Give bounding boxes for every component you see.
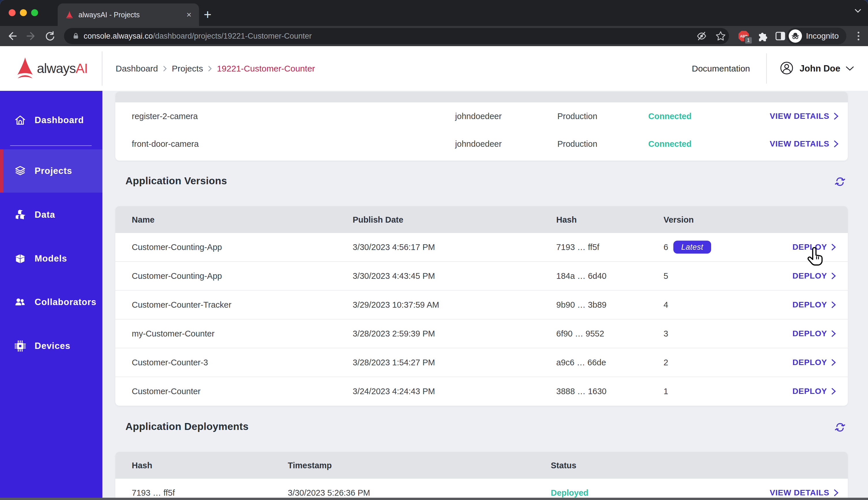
deploy-link[interactable]: DEPLOY [792, 358, 836, 367]
sidebar-item-models[interactable]: Models [0, 237, 102, 280]
device-owner: johndoedeer [435, 112, 522, 121]
deployment-timestamp: 3/30/2023 5:26:36 PM [288, 488, 370, 498]
people-icon [14, 296, 26, 308]
close-window-button[interactable] [9, 9, 15, 16]
sidebar-item-projects[interactable]: Projects [0, 149, 102, 193]
view-details-link[interactable]: VIEW DETAILS [770, 488, 839, 497]
versions-section-title: Application Versions [125, 175, 227, 186]
window-bottom-edge [0, 498, 868, 500]
tab-strip: alwaysAI - Projects × + [0, 0, 868, 26]
bookmark-star-icon[interactable] [714, 30, 727, 42]
breadcrumb-projects[interactable]: Projects [172, 64, 203, 73]
privacy-eye-slash-icon[interactable] [695, 30, 708, 42]
deployment-row: 7193 … ff5f 3/30/2023 5:26:36 PM Deploye… [115, 479, 848, 500]
sidebar-item-dashboard[interactable]: Dashboard [0, 99, 102, 142]
browser-tab[interactable]: alwaysAI - Projects × [58, 3, 199, 26]
deploy-link[interactable]: DEPLOY [792, 329, 836, 338]
url-path: /dashboard/projects/19221-Customer-Count… [153, 32, 312, 41]
sidebar-item-data[interactable]: Data [0, 193, 102, 237]
layers-icon [14, 164, 26, 177]
minimize-window-button[interactable] [20, 9, 27, 16]
chevron-right-icon [831, 359, 836, 366]
zoom-window-button[interactable] [31, 9, 38, 16]
device-environment: Production [534, 112, 620, 121]
lock-icon[interactable] [72, 32, 80, 40]
column-header-name: Name [132, 215, 155, 224]
chevron-right-icon [831, 243, 836, 251]
version-row: Customer-Counter-Tracker 3/29/2023 10:37… [115, 290, 848, 319]
active-accent-bar [0, 149, 3, 193]
deployment-hash: 7193 … ff5f [132, 488, 175, 498]
deploy-link[interactable]: DEPLOY [792, 300, 836, 309]
versions-table-header: Name Publish Date Hash Version [115, 206, 848, 233]
documentation-link[interactable]: Documentation [692, 64, 750, 73]
version-date: 3/28/2023 2:59:39 PM [353, 329, 435, 339]
alwaysai-logo[interactable]: alwaysAI [16, 57, 88, 80]
chevron-right-icon [831, 301, 836, 308]
browser-window: alwaysAI - Projects × + console.alwaysai… [0, 0, 868, 500]
breadcrumb-dashboard[interactable]: Dashboard [116, 64, 158, 73]
incognito-spy-icon [789, 30, 802, 43]
deploy-link[interactable]: DEPLOY [792, 387, 836, 396]
version-row: Customer-Counting-App 3/30/2023 4:56:17 … [115, 233, 848, 261]
version-date: 3/29/2023 10:37:59 AM [353, 300, 439, 310]
device-name: front-door-camera [132, 139, 199, 149]
forward-icon[interactable] [25, 30, 37, 42]
table-row: register-2-camera johndoedeer Production… [115, 102, 848, 130]
tab-search-chevron-icon[interactable] [853, 8, 863, 15]
refresh-deployments-button[interactable] [833, 420, 847, 434]
version-number: 4 [664, 300, 668, 310]
deployments-section-title: Application Deployments [125, 421, 249, 432]
url-bar[interactable]: console.alwaysai.co/dashboard/projects/1… [64, 28, 729, 44]
version-name: Customer-Counting-App [132, 271, 222, 281]
side-panel-icon[interactable] [774, 30, 787, 42]
version-number: 1 [664, 387, 668, 396]
menu-dots-icon[interactable] [852, 30, 865, 42]
column-header-version: Version [664, 215, 694, 224]
header-divider [102, 51, 102, 86]
chevron-right-icon [833, 140, 839, 148]
refresh-versions-button[interactable] [833, 175, 847, 189]
extensions-puzzle-icon[interactable] [756, 30, 769, 42]
deployments-table: Hash Timestamp Status 7193 … ff5f 3/30/2… [115, 452, 848, 500]
version-name: Customer-Counting-App [132, 242, 222, 252]
chevron-right-icon [208, 66, 212, 72]
version-number: 3 [664, 329, 668, 339]
devices-table: register-2-camera johndoedeer Production… [115, 92, 848, 161]
status-badge: Deployed [551, 488, 589, 498]
deploy-link[interactable]: DEPLOY [792, 271, 836, 281]
deployments-table-header: Hash Timestamp Status [115, 452, 848, 479]
device-owner: johndoedeer [435, 139, 522, 149]
main-content: register-2-camera johndoedeer Production… [102, 91, 868, 500]
version-name: Customer-Counter-3 [132, 358, 208, 367]
chevron-right-icon [833, 112, 839, 120]
version-name: my-Customer-Counter [132, 329, 215, 339]
column-header-publish-date: Publish Date [353, 215, 403, 224]
browser-toolbar: console.alwaysai.co/dashboard/projects/1… [0, 26, 868, 46]
adblock-extension-icon[interactable]: ABP 1 [738, 30, 750, 42]
incognito-label: Incognito [806, 32, 839, 41]
device-environment: Production [534, 139, 620, 149]
chip-icon [14, 340, 26, 352]
tab-title: alwaysAI - Projects [78, 11, 186, 19]
version-row: my-Customer-Counter 3/28/2023 2:59:39 PM… [115, 319, 848, 348]
user-name[interactable]: John Doe [800, 64, 840, 74]
view-details-link[interactable]: VIEW DETAILS [770, 112, 839, 121]
header-divider [766, 53, 767, 84]
back-icon[interactable] [6, 30, 19, 42]
table-row: front-door-camera johndoedeer Production… [115, 130, 848, 158]
version-number-cell: 6Latest [664, 241, 711, 254]
chevron-down-icon[interactable] [845, 66, 854, 71]
version-number: 6 [664, 242, 668, 252]
reload-icon[interactable] [43, 30, 56, 42]
new-tab-button[interactable]: + [198, 5, 217, 24]
version-number: 5 [664, 271, 668, 281]
sidebar-item-devices[interactable]: Devices [0, 325, 102, 368]
sidebar-item-collaborators[interactable]: Collaborators [0, 281, 102, 324]
version-hash: 7193 … ff5f [556, 242, 599, 252]
version-name: Customer-Counter [132, 387, 201, 396]
version-hash: 6f90 … 9552 [556, 329, 604, 339]
view-details-link[interactable]: VIEW DETAILS [770, 139, 839, 148]
close-tab-icon[interactable]: × [186, 10, 192, 19]
avatar[interactable] [779, 61, 794, 77]
